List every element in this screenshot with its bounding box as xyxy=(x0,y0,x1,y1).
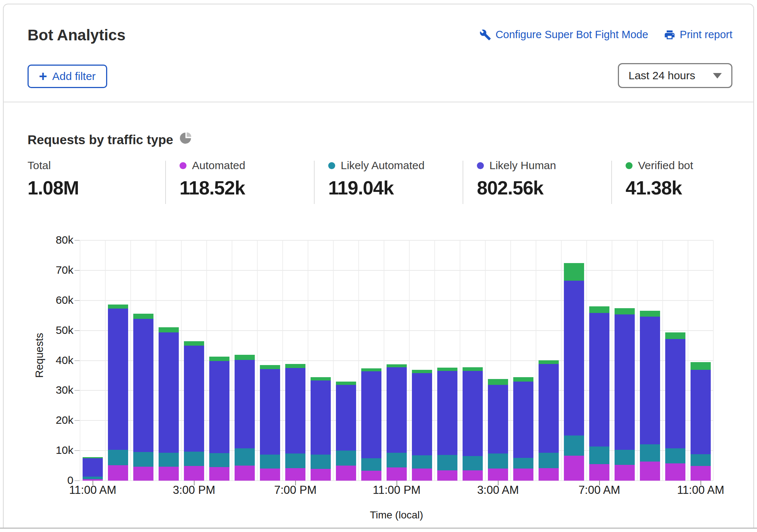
bar-segment-verified-bot xyxy=(387,364,407,367)
add-filter-button[interactable]: + Add filter xyxy=(28,65,107,88)
header-links: Configure Super Bot Fight Mode Print rep… xyxy=(479,29,732,41)
x-axis-tick-label: 7:00 AM xyxy=(555,484,644,497)
bar-segment-verified-bot xyxy=(463,367,483,371)
y-axis-tick xyxy=(75,450,80,451)
bar-segment-verified-bot xyxy=(311,377,331,381)
y-axis-tick xyxy=(75,270,80,271)
gridline-horizontal xyxy=(80,240,713,241)
stat-likely-automated: Likely Automated 119.04k xyxy=(328,159,424,199)
bar-segment-automated xyxy=(513,469,533,481)
bar-segment-likely-human xyxy=(488,385,508,453)
bar-segment-automated xyxy=(260,469,280,481)
bar-segment-likely-automated xyxy=(539,453,559,469)
x-axis-tick xyxy=(700,481,701,485)
stat-total-label: Total xyxy=(28,159,51,172)
bar-segment-likely-human xyxy=(437,371,457,455)
bar-segment-likely-automated xyxy=(260,455,280,469)
bar-segment-likely-automated xyxy=(665,448,685,463)
bar-segment-verified-bot xyxy=(412,370,432,373)
bar-segment-likely-human xyxy=(83,458,103,477)
x-axis-title: Time (local) xyxy=(323,509,470,521)
bar-segment-automated xyxy=(665,463,685,481)
bar-segment-likely-human xyxy=(412,373,432,455)
y-axis-tick-label: 30k xyxy=(48,384,73,396)
bar-segment-likely-automated xyxy=(285,453,305,468)
bar-segment-automated xyxy=(463,470,483,481)
bar-segment-likely-human xyxy=(159,332,179,453)
bar-segment-automated xyxy=(387,467,407,481)
stat-automated: Automated 118.52k xyxy=(180,159,245,199)
bar-segment-likely-automated xyxy=(311,455,331,469)
bar-segment-likely-automated xyxy=(108,450,128,466)
stat-verified-bot: Verified bot 41.38k xyxy=(626,159,693,199)
bar-segment-likely-automated xyxy=(463,456,483,470)
y-axis-tick-label: 70k xyxy=(48,264,73,276)
x-axis-tick xyxy=(295,481,296,485)
section-heading-label: Requests by traffic type xyxy=(28,132,173,147)
bar-segment-likely-automated xyxy=(336,451,356,466)
stat-likely-human-label: Likely Human xyxy=(489,159,556,172)
y-axis-tick-label: 50k xyxy=(48,324,73,336)
bar-segment-verified-bot xyxy=(209,357,229,361)
gridline-horizontal xyxy=(80,270,713,271)
stat-likely-human: Likely Human 802.56k xyxy=(477,159,556,199)
bar-segment-automated xyxy=(437,470,457,481)
stat-likely-human-value: 802.56k xyxy=(477,177,556,199)
likely-human-dot-icon xyxy=(477,162,484,169)
x-axis-tick-label: 11:00 PM xyxy=(353,484,441,497)
stat-verified-bot-label: Verified bot xyxy=(638,159,693,172)
automated-dot-icon xyxy=(180,162,186,169)
bar-segment-automated xyxy=(539,468,559,481)
stat-likely-automated-value: 119.04k xyxy=(328,177,424,199)
bar-segment-likely-human xyxy=(387,367,407,453)
bar-segment-automated xyxy=(336,466,356,481)
x-axis-tick xyxy=(599,481,600,485)
bar-segment-verified-bot xyxy=(665,332,685,339)
bar-segment-automated xyxy=(235,466,255,481)
bar-segment-verified-bot xyxy=(488,379,508,385)
configure-super-bot-fight-mode-link[interactable]: Configure Super Bot Fight Mode xyxy=(479,29,648,41)
print-report-link[interactable]: Print report xyxy=(664,29,732,41)
bar-segment-verified-bot xyxy=(108,305,128,309)
verified-bot-dot-icon xyxy=(626,162,633,169)
stat-divider xyxy=(611,161,612,204)
bar-segment-automated xyxy=(691,466,711,481)
bar-segment-verified-bot xyxy=(513,377,533,381)
bar-segment-likely-human xyxy=(311,380,331,454)
y-axis-tick xyxy=(75,330,80,331)
bar-segment-likely-automated xyxy=(640,444,660,462)
bar-segment-automated xyxy=(159,467,179,481)
bar-segment-likely-automated xyxy=(387,453,407,467)
time-range-select[interactable]: Last 24 hours xyxy=(618,63,732,88)
stat-divider xyxy=(165,161,166,204)
likely-automated-dot-icon xyxy=(328,162,335,169)
add-filter-label: Add filter xyxy=(52,70,95,83)
bar-segment-automated xyxy=(412,469,432,481)
bar-segment-verified-bot xyxy=(564,263,584,280)
stat-total-value: 1.08M xyxy=(28,177,79,199)
bar-segment-likely-automated xyxy=(615,450,635,465)
stat-automated-value: 118.52k xyxy=(180,177,245,199)
bar-segment-verified-bot xyxy=(83,457,103,458)
bar-segment-likely-automated xyxy=(488,453,508,469)
x-axis-tick-label: 7:00 PM xyxy=(251,484,340,497)
pie-chart-icon xyxy=(180,132,192,147)
bar-segment-automated xyxy=(615,465,635,481)
bar-segment-verified-bot xyxy=(260,365,280,369)
y-axis-tick xyxy=(75,240,80,241)
bar-segment-verified-bot xyxy=(539,360,559,364)
x-axis-tick-label: 11:00 AM xyxy=(657,484,745,497)
y-axis-tick-label: 80k xyxy=(48,234,73,246)
y-axis-tick xyxy=(75,360,80,361)
bar-segment-automated xyxy=(184,466,204,481)
bar-segment-likely-human xyxy=(564,281,584,436)
time-range-value: Last 24 hours xyxy=(629,69,695,82)
stat-divider xyxy=(314,161,315,204)
bar-segment-automated xyxy=(285,468,305,481)
y-axis-tick xyxy=(75,390,80,391)
bar-segment-verified-bot xyxy=(235,355,255,360)
y-axis-tick xyxy=(75,300,80,301)
bar-segment-verified-bot xyxy=(691,362,711,370)
bar-segment-likely-human xyxy=(589,313,609,447)
bar-segment-automated xyxy=(108,465,128,481)
